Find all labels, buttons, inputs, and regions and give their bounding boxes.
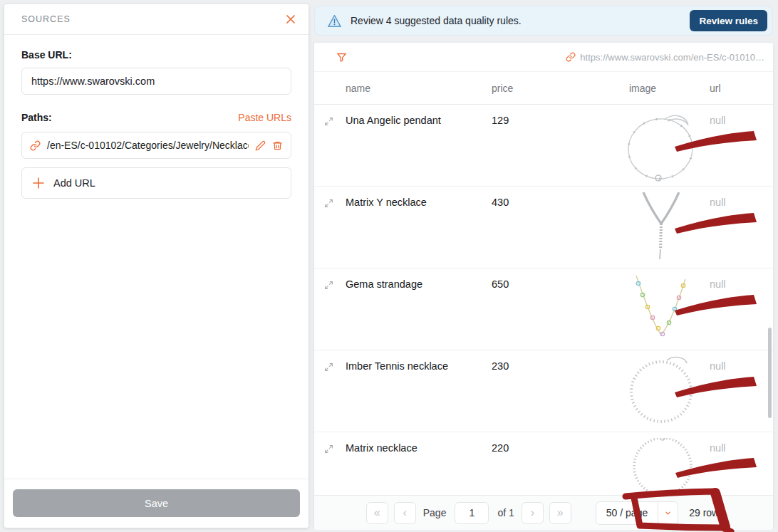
pagination-bar: « ‹ Page 1 of 1 › » 50 / page 29 rows [314, 495, 773, 530]
base-url-value: https://www.swarovski.com [31, 75, 155, 87]
product-image [617, 192, 717, 264]
table-row[interactable]: Imber Tennis necklace 230 null [314, 350, 773, 432]
results-toolbar: https://www.swarovski.com/en-ES/c-01010… [314, 43, 773, 72]
next-page-button[interactable]: › [522, 502, 544, 524]
expand-row-icon[interactable] [314, 105, 340, 186]
edit-icon[interactable] [255, 140, 266, 151]
product-image [617, 274, 717, 345]
cell-name: Matrix necklace [340, 432, 486, 495]
link-icon [566, 52, 576, 62]
page-label: Page [423, 507, 447, 518]
page-count-label: of 1 [497, 507, 514, 518]
cell-price: 650 [486, 268, 623, 350]
expand-row-icon[interactable] [314, 432, 340, 495]
first-page-button[interactable]: « [366, 502, 388, 524]
expand-row-icon[interactable] [314, 268, 340, 350]
page-size-select[interactable]: 50 / page [596, 501, 678, 525]
table-row[interactable]: Matrix Y necklace 430 null [314, 187, 773, 268]
save-button[interactable]: Save [13, 489, 300, 517]
results-panel: https://www.swarovski.com/en-ES/c-01010…… [314, 43, 773, 528]
banner-message: Review 4 suggested data quality rules. [351, 15, 681, 26]
base-url-label: Base URL: [21, 49, 291, 61]
paste-urls-link[interactable]: Paste URLs [238, 112, 291, 123]
path-value: /en-ES/c-010102/Categories/Jewelry/Neckl… [47, 140, 249, 151]
sources-panel-body: Base URL: https://www.swarovski.com Path… [4, 35, 308, 479]
product-image [617, 438, 717, 495]
cell-price: 220 [486, 432, 623, 495]
page-number-input[interactable]: 1 [455, 502, 489, 524]
chevron-down-icon [658, 502, 678, 524]
cell-name: Gema strandage [340, 268, 486, 350]
cell-name: Imber Tennis necklace [340, 350, 486, 432]
expand-row-icon[interactable] [314, 187, 340, 268]
add-url-button[interactable]: Add URL [21, 167, 291, 199]
cell-price: 129 [486, 105, 623, 186]
sources-panel: SOURCES Base URL: https://www.swarovski.… [4, 4, 308, 528]
prev-page-button[interactable]: ‹ [394, 502, 416, 524]
table-row[interactable]: Matrix necklace 220 null [314, 432, 773, 495]
source-url-text: https://www.swarovski.com/en-ES/c-01010… [580, 52, 764, 63]
warning-icon [327, 14, 342, 28]
total-rows-label: 29 rows [689, 507, 724, 518]
path-item[interactable]: /en-ES/c-010102/Categories/Jewelry/Neckl… [21, 132, 291, 159]
table-row[interactable]: Una Angelic pendant 129 null [314, 105, 773, 187]
page-size-value: 50 / page [596, 502, 658, 524]
expand-row-icon[interactable] [314, 350, 340, 432]
cell-name: Matrix Y necklace [340, 187, 486, 268]
table-header: name price image url [314, 72, 773, 105]
column-header-name: name [340, 83, 486, 94]
paths-label: Paths: [21, 112, 52, 123]
table-row[interactable]: Gema strandage 650 null [314, 268, 773, 350]
add-url-label: Add URL [53, 177, 95, 189]
product-image [617, 110, 717, 182]
table-body: Una Angelic pendant 129 null Matrix Y ne… [314, 105, 773, 495]
product-image [617, 356, 717, 427]
source-url[interactable]: https://www.swarovski.com/en-ES/c-01010… [566, 52, 764, 63]
cell-name: Una Angelic pendant [340, 105, 486, 186]
link-icon [30, 140, 41, 151]
column-header-price: price [486, 83, 623, 94]
sources-panel-footer: Save [4, 479, 308, 528]
delete-icon[interactable] [272, 140, 283, 151]
panel-title: SOURCES [21, 14, 71, 24]
cell-price: 430 [486, 187, 623, 268]
cell-price: 230 [486, 350, 623, 432]
review-banner: Review 4 suggested data quality rules. R… [314, 6, 773, 36]
base-url-input[interactable]: https://www.swarovski.com [21, 68, 291, 95]
plus-icon [33, 177, 44, 189]
close-icon[interactable] [284, 13, 297, 26]
column-header-image: image [623, 83, 704, 94]
scrollbar[interactable] [768, 328, 772, 418]
last-page-button[interactable]: » [549, 502, 571, 524]
column-header-url: url [704, 83, 773, 94]
review-rules-button[interactable]: Review rules [690, 10, 767, 31]
filter-icon[interactable] [336, 51, 348, 63]
sources-panel-header: SOURCES [4, 4, 308, 35]
